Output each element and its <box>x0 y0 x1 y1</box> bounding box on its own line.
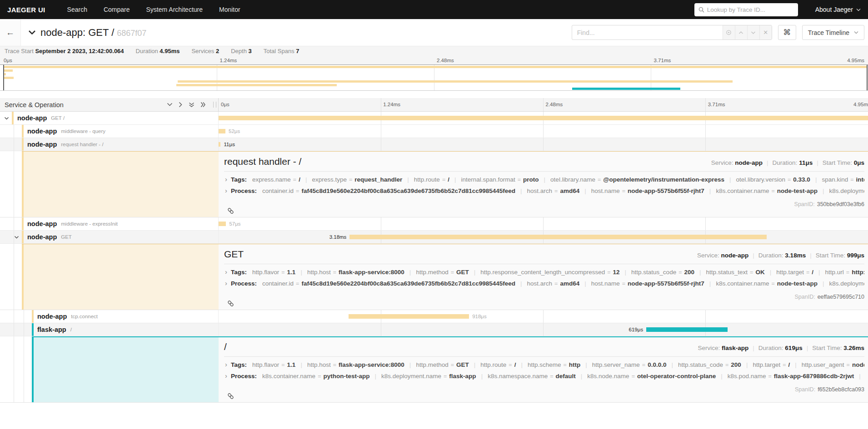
chevron-up-icon <box>738 31 743 35</box>
minimap-span-bar <box>4 77 14 79</box>
chevron-down-icon <box>14 236 19 239</box>
span-row-node-app-get-root: node-app GET / <box>0 112 868 125</box>
nav-item-search[interactable]: Search <box>59 6 95 13</box>
span-row-get: node-app GET 3.18ms <box>0 231 868 244</box>
keyboard-shortcuts-button[interactable]: ⌘ <box>778 25 796 40</box>
service-operation-header: Service & Operation <box>5 101 64 108</box>
detail-process-row[interactable]: ›Process:k8s.container.name=python-test-… <box>224 372 864 380</box>
nav-item-compare[interactable]: Compare <box>95 6 138 13</box>
span-operation-name: request handler - / <box>61 142 103 147</box>
tree-indent-guide <box>14 217 14 230</box>
focus-match-button[interactable] <box>723 25 735 39</box>
span-duration-bar[interactable] <box>646 327 728 332</box>
chevron-down-icon <box>4 117 9 120</box>
expand-one-level-button[interactable] <box>167 103 173 107</box>
prev-result-button[interactable] <box>735 25 747 39</box>
collapse-children-toggle[interactable] <box>4 117 9 120</box>
span-row-tcp-connect: node-app tcp.connect 918μs <box>0 310 868 323</box>
span-row-middleware-query: node-app middleware - query 52μs <box>0 125 868 138</box>
tree-indent-guide <box>24 323 24 336</box>
link-icon[interactable] <box>227 300 234 307</box>
span-service-name: node-app <box>17 114 47 122</box>
trace-header: ← node-app: GET /6867f07 ✕ ⌘ Trace Timel… <box>0 19 868 46</box>
minimap-span-bar <box>176 84 336 86</box>
span-color-bar <box>22 138 24 151</box>
column-resizer[interactable] <box>213 102 216 108</box>
collapse-children-toggle[interactable] <box>14 236 19 239</box>
chevron-down-icon <box>854 31 858 34</box>
tree-indent-guide <box>14 244 14 310</box>
detail-tags-row[interactable]: ›Tags:http.flavor=1.1|http.host=flask-ap… <box>224 360 864 368</box>
timeline-minimap: 0μs 1.24ms 2.48ms 3.71ms 4.95ms <box>0 55 868 91</box>
detail-tags-row[interactable]: ›Tags:http.flavor=1.1|http.host=flask-ap… <box>224 268 864 276</box>
tree-indent-guide <box>14 310 14 323</box>
span-duration-bar[interactable] <box>219 222 226 226</box>
span-service-name: flask-app <box>37 326 66 333</box>
double-chevron-right-icon <box>200 102 206 108</box>
span-color-bar <box>32 323 34 336</box>
find-input[interactable] <box>572 29 723 36</box>
span-row-middleware-expressinit: node-app middleware - expressInit 57μs <box>0 217 868 231</box>
span-duration-bar[interactable] <box>219 129 225 133</box>
span-duration-label: 57μs <box>229 221 240 227</box>
minimap-left-scrubber[interactable] <box>3 65 4 90</box>
back-arrow-icon: ← <box>6 28 15 37</box>
detail-header[interactable]: request handler - / Service: node-app|Du… <box>224 156 864 167</box>
expand-all-button[interactable] <box>189 102 195 108</box>
find-bar: ✕ <box>572 25 772 40</box>
tree-indent-guide <box>24 310 24 323</box>
trace-summary-bar: Trace Start September 2 2023, 12:42:00.0… <box>0 46 868 55</box>
detail-span-id: SpanID:350bbe9df03e3fb6 <box>224 201 864 214</box>
about-jaeger-label: About Jaeger <box>815 6 853 13</box>
span-duration-bar[interactable] <box>219 116 868 120</box>
span-operation-name: middleware - expressInit <box>61 221 118 227</box>
span-detail-request-handler: request handler - / Service: node-app|Du… <box>0 151 868 217</box>
next-result-button[interactable] <box>747 25 759 39</box>
span-duration-label: 619μs <box>629 327 644 332</box>
chevron-down-icon <box>167 103 173 107</box>
detail-operation-title: GET <box>224 249 244 260</box>
detail-tags-row[interactable]: ›Tags:express.name=/|express.type=reques… <box>224 175 864 183</box>
chevron-right-icon <box>179 102 183 108</box>
nav-item-system-architecture[interactable]: System Architecture <box>138 6 211 13</box>
chevron-right-icon: › <box>225 268 227 276</box>
chevron-right-icon: › <box>225 360 227 368</box>
span-color-bar <box>22 217 24 230</box>
detail-header[interactable]: / Service: flask-app|Duration: 619μs|Sta… <box>224 341 864 352</box>
jaeger-ui-logo[interactable]: JAEGER UI <box>7 6 45 14</box>
detail-color-strip <box>22 244 219 310</box>
minimap-ticks: 0μs 1.24ms 2.48ms 3.71ms 4.95ms <box>0 55 868 64</box>
back-button[interactable]: ← <box>0 19 21 46</box>
span-row-flask-app: flask-app / 619μs <box>0 323 868 336</box>
link-icon[interactable] <box>227 207 234 214</box>
link-icon[interactable] <box>227 393 234 399</box>
span-detail-get: GET Service: node-app|Duration: 3.18ms|S… <box>0 244 868 310</box>
clear-find-button[interactable]: ✕ <box>759 25 772 39</box>
span-color-bar <box>22 231 24 243</box>
detail-color-strip <box>22 151 219 217</box>
minimap-span-bar <box>572 88 680 90</box>
page-title: node-app: GET /6867f07 <box>40 27 146 39</box>
span-service-name: node-app <box>27 233 57 241</box>
detail-process-row[interactable]: ›Process:container.id=faf45c8d19e560e220… <box>224 279 864 287</box>
span-duration-bar[interactable] <box>349 314 469 319</box>
span-detail-flask-app: / Service: flask-app|Duration: 619μs|Sta… <box>0 336 868 403</box>
nav-item-monitor[interactable]: Monitor <box>211 6 249 13</box>
trace-lookup-input[interactable] <box>707 6 794 13</box>
span-duration-bar[interactable] <box>219 142 220 147</box>
chevron-down-icon <box>28 30 36 35</box>
command-icon: ⌘ <box>783 28 791 37</box>
span-duration-label: 52μs <box>229 128 240 134</box>
span-service-name: node-app <box>27 220 57 227</box>
minimap-right-scrubber[interactable] <box>867 65 868 90</box>
collapse-one-level-button[interactable] <box>179 102 183 108</box>
trace-view-selector[interactable]: Trace Timeline <box>802 25 864 40</box>
detail-process-row[interactable]: ›Process:container.id=faf45c8d19e560e220… <box>224 187 864 194</box>
trace-header-collapse-toggle[interactable] <box>28 30 36 35</box>
minimap-span-bar <box>4 66 867 68</box>
minimap-canvas[interactable] <box>0 64 868 91</box>
collapse-all-button[interactable] <box>200 102 206 108</box>
span-duration-bar[interactable] <box>349 235 767 239</box>
about-jaeger-menu[interactable]: About Jaeger <box>815 6 861 13</box>
detail-header[interactable]: GET Service: node-app|Duration: 3.18ms|S… <box>224 249 864 260</box>
